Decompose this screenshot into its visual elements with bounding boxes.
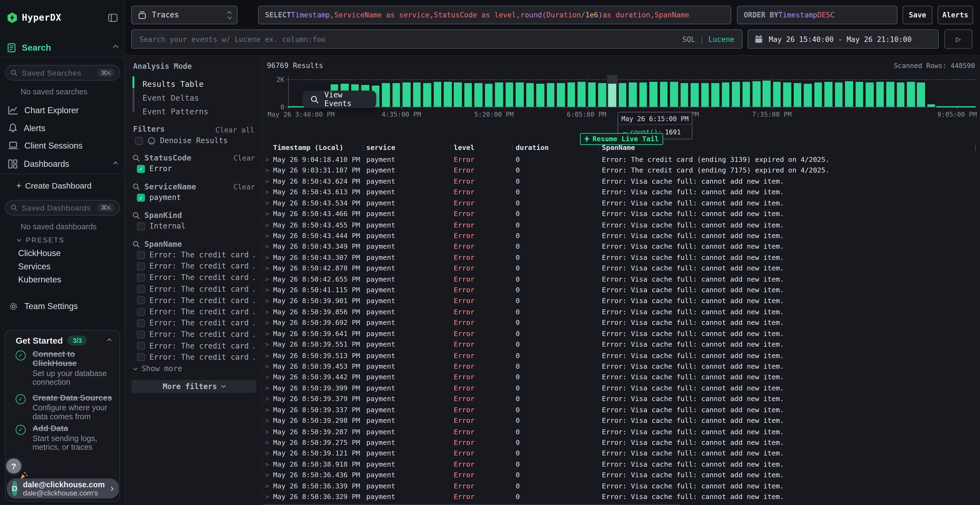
histogram-bar[interactable] (794, 83, 802, 106)
table-row[interactable]: >May 26 8:50:39.442 PMpaymentError0Error… (262, 372, 980, 383)
histogram-bar[interactable] (526, 83, 534, 107)
histogram-bar[interactable] (588, 83, 596, 107)
histogram-bar[interactable] (742, 82, 750, 106)
histogram-bar[interactable] (578, 82, 585, 106)
table-row[interactable]: >May 26 8:50:42.655 PMpaymentError0Error… (262, 274, 980, 285)
alerts-button[interactable]: Alerts (937, 6, 973, 24)
histogram-bar[interactable] (660, 82, 668, 106)
expand-row-chevron-icon[interactable]: > (265, 167, 269, 175)
histogram-bar[interactable] (423, 83, 431, 106)
histogram-bar[interactable] (773, 82, 781, 107)
column-menu-icon[interactable]: ⋮ (972, 144, 978, 152)
table-row[interactable]: >May 26 8:50:36.339 PMpaymentError0Error… (262, 481, 980, 492)
lucene-search-input[interactable]: Search your events w/ Lucene ex. column:… (131, 29, 742, 49)
column-header-service[interactable]: service (366, 144, 395, 152)
get-started-item[interactable]: ✓Connect to ClickHouseSet up your databa… (16, 349, 115, 387)
clear-filter-link[interactable]: Clear (233, 154, 255, 162)
histogram-bar[interactable] (897, 82, 905, 106)
filter-option-spanname[interactable]: Error: The credit card … (137, 353, 256, 362)
expand-row-chevron-icon[interactable]: > (265, 341, 269, 349)
user-menu[interactable]: D dale@clickhouse.com dale@clickhouse.co… (7, 479, 119, 499)
filter-option-spanname[interactable]: Error: The credit card … (137, 319, 256, 327)
histogram-bar[interactable] (619, 83, 627, 107)
column-drag-handle[interactable]: ⋮ (509, 144, 515, 151)
preset-link-kubernetes[interactable]: Kubernetes (0, 274, 125, 285)
column-header-duration[interactable]: duration (515, 144, 549, 152)
expand-row-chevron-icon[interactable]: > (265, 471, 269, 480)
expand-row-chevron-icon[interactable]: > (265, 319, 269, 327)
expand-row-chevron-icon[interactable]: > (265, 417, 269, 425)
histogram-bar[interactable] (547, 83, 555, 106)
denoise-results-checkbox[interactable]: Denoise Results (135, 136, 228, 145)
expand-row-chevron-icon[interactable]: > (265, 243, 269, 251)
histogram-bar[interactable] (928, 105, 935, 107)
table-row[interactable]: >May 26 8:50:39.379 PMpaymentError0Error… (262, 394, 980, 405)
more-filters-button[interactable]: More filters (131, 380, 256, 393)
analysis-mode-results-table[interactable]: Results Table (142, 79, 204, 89)
histogram-bar[interactable] (649, 82, 657, 106)
expand-row-chevron-icon[interactable]: > (265, 351, 269, 360)
table-row[interactable]: >May 26 8:50:38.918 PMpaymentError0Error… (262, 459, 980, 470)
column-header-level[interactable]: level (454, 144, 474, 152)
get-started-item[interactable]: ✓Create Data SourcesConfigure where your… (16, 393, 115, 421)
histogram-bar[interactable] (732, 82, 740, 107)
preset-link-clickhouse[interactable]: ClickHouse (0, 248, 125, 259)
histogram-bar[interactable] (536, 84, 544, 106)
clear-filter-link[interactable]: Clear (233, 182, 255, 191)
expand-row-chevron-icon[interactable]: > (265, 156, 269, 164)
saved-searches-input[interactable]: Saved Searches ⌘K (5, 65, 120, 81)
filter-option-spanname[interactable]: Error: The credit card … (137, 262, 256, 270)
table-row[interactable]: >May 26 8:50:39.453 PMpaymentError0Error… (262, 361, 980, 372)
expand-row-chevron-icon[interactable]: > (265, 199, 269, 207)
histogram-bar[interactable] (783, 83, 791, 106)
expand-row-chevron-icon[interactable]: > (265, 210, 269, 218)
lang-lucene-toggle[interactable]: Lucene (708, 35, 734, 43)
filter-option-spanname[interactable]: Error: The credit card … (137, 284, 256, 293)
table-row[interactable]: >May 26 8:50:39.901 PMpaymentError0Error… (262, 296, 980, 307)
expand-row-chevron-icon[interactable]: > (265, 221, 269, 229)
show-more-link[interactable]: Show more (134, 364, 182, 373)
expand-row-chevron-icon[interactable]: > (265, 493, 269, 501)
expand-row-chevron-icon[interactable]: > (265, 384, 269, 392)
expand-row-chevron-icon[interactable]: > (265, 482, 269, 490)
histogram-bar[interactable] (690, 83, 698, 106)
sidebar-item-client-sessions[interactable]: Client Sessions (0, 140, 125, 151)
source-select[interactable]: Traces (131, 6, 237, 24)
histogram-bar[interactable] (567, 83, 575, 107)
table-row[interactable]: >May 26 8:50:36.329 PMpaymentError0Error… (262, 492, 980, 503)
histogram-bar[interactable] (382, 83, 390, 106)
histogram-bar[interactable] (506, 82, 514, 106)
table-row[interactable]: >May 26 8:50:43.466 PMpaymentError0Error… (262, 209, 980, 220)
events-histogram[interactable]: May 26 3:40:00 PM4:35:00 PM5:20:00 PM6:0… (288, 75, 976, 107)
filter-option-statuscode[interactable]: ✓Error (137, 164, 256, 173)
histogram-bar[interactable] (886, 82, 894, 107)
analysis-mode-event-deltas[interactable]: Event Deltas (142, 93, 199, 102)
column-drag-handle[interactable]: ⋮ (596, 144, 602, 151)
histogram-bar[interactable] (475, 83, 483, 106)
sidebar-item-chart-explorer[interactable]: Chart Explorer (0, 104, 125, 115)
histogram-bar[interactable] (402, 83, 410, 107)
table-row[interactable]: >May 26 8:50:39.298 PMpaymentError0Error… (262, 416, 980, 427)
histogram-bar[interactable] (444, 82, 452, 106)
expand-row-chevron-icon[interactable]: > (265, 286, 269, 294)
chevron-up-icon[interactable] (107, 338, 111, 343)
sidebar-item-alerts[interactable]: Alerts (0, 122, 125, 133)
table-row[interactable]: >May 26 8:50:43.349 PMpaymentError0Error… (262, 241, 980, 252)
save-button[interactable]: Save (902, 6, 932, 24)
table-row[interactable]: >May 26 8:50:39.337 PMpaymentError0Error… (262, 405, 980, 416)
expand-row-chevron-icon[interactable]: > (265, 330, 269, 338)
expand-row-chevron-icon[interactable]: > (265, 362, 269, 371)
histogram-bar[interactable] (845, 81, 853, 107)
filter-option-spanname[interactable]: Error: The credit card … (137, 251, 256, 259)
histogram-bar[interactable] (711, 83, 719, 107)
histogram-bar[interactable] (907, 82, 915, 106)
histogram-bar[interactable] (865, 83, 873, 106)
histogram-bar[interactable] (392, 83, 400, 106)
expand-row-chevron-icon[interactable]: > (265, 406, 269, 414)
table-row[interactable]: >May 26 8:50:43.455 PMpaymentError0Error… (262, 220, 980, 231)
histogram-bar[interactable] (814, 83, 822, 107)
table-row[interactable]: >May 26 8:50:39.399 PMpaymentError0Error… (262, 383, 980, 394)
histogram-bar[interactable] (557, 83, 565, 106)
histogram-bar[interactable] (629, 83, 637, 106)
table-row[interactable]: >May 26 8:50:39.275 PMpaymentError0Error… (262, 438, 980, 448)
